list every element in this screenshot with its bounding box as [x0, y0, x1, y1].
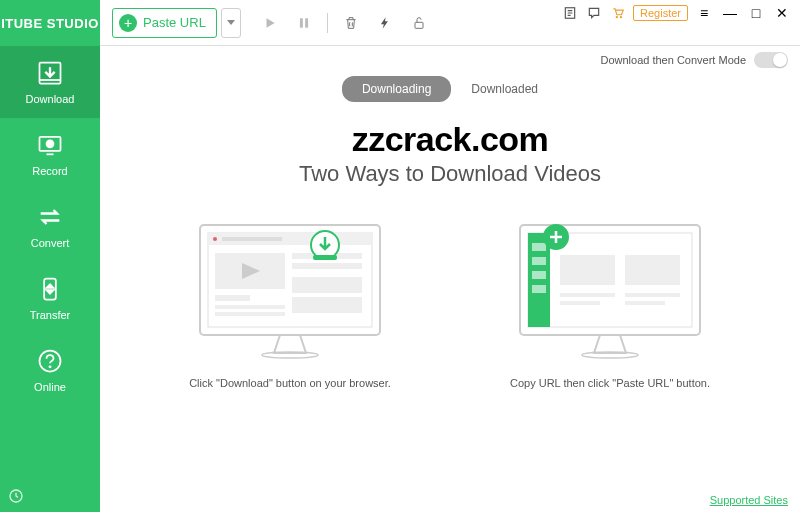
svg-point-9 — [620, 17, 621, 18]
content: zzcrack.com Two Ways to Download Videos — [100, 102, 800, 490]
svg-point-16 — [213, 237, 217, 241]
page-subtitle: Two Ways to Download Videos — [299, 161, 601, 187]
nav-label: Record — [32, 165, 67, 177]
play-button[interactable] — [255, 8, 285, 38]
pause-button[interactable] — [289, 8, 319, 38]
transfer-icon — [36, 275, 64, 303]
cart-icon[interactable] — [609, 4, 627, 22]
svg-rect-36 — [560, 255, 615, 285]
svg-rect-23 — [215, 312, 285, 316]
paste-url-button[interactable]: + Paste URL — [112, 8, 217, 38]
tab-downloading[interactable]: Downloading — [342, 76, 451, 102]
monitor-illustration-2 — [500, 215, 720, 365]
separator — [327, 13, 328, 33]
svg-rect-24 — [292, 277, 362, 293]
mode-label: Download then Convert Mode — [600, 54, 746, 66]
clock-icon[interactable] — [8, 488, 24, 504]
svg-rect-32 — [532, 243, 546, 251]
convert-mode-toggle[interactable] — [754, 52, 788, 68]
sidebar-item-record[interactable]: Record — [0, 118, 100, 190]
svg-rect-40 — [625, 293, 680, 297]
method-browser: Click "Download" button on your browser. — [170, 215, 410, 392]
svg-rect-28 — [313, 255, 337, 260]
svg-rect-37 — [625, 255, 680, 285]
turbo-button[interactable] — [370, 8, 400, 38]
nav-label: Transfer — [30, 309, 71, 321]
monitor-illustration-1 — [180, 215, 400, 365]
method2-text: Copy URL then click "Paste URL" button. — [510, 375, 710, 392]
svg-rect-21 — [215, 295, 250, 301]
svg-rect-17 — [222, 237, 282, 241]
nav-label: Convert — [31, 237, 70, 249]
minimize-button[interactable]: — — [720, 4, 740, 22]
paste-url-dropdown[interactable] — [221, 8, 241, 38]
methods: Click "Download" button on your browser. — [170, 215, 730, 392]
svg-rect-11 — [305, 18, 308, 27]
svg-rect-38 — [560, 293, 615, 297]
download-icon — [36, 59, 64, 87]
sidebar-item-convert[interactable]: Convert — [0, 190, 100, 262]
mode-row: Download then Convert Mode — [100, 46, 800, 68]
plus-icon: + — [119, 14, 137, 32]
method-paste: Copy URL then click "Paste URL" button. — [490, 215, 730, 392]
method1-text: Click "Download" button on your browser. — [189, 375, 391, 392]
svg-rect-22 — [215, 305, 285, 309]
sidebar-footer — [8, 488, 24, 504]
menu-icon[interactable]: ≡ — [694, 4, 714, 22]
sidebar-item-download[interactable]: Download — [0, 46, 100, 118]
sidebar: ITUBE STUDIO Download Record Convert Tra… — [0, 0, 100, 512]
paste-label: Paste URL — [143, 15, 206, 30]
online-icon — [36, 347, 64, 375]
close-button[interactable]: ✕ — [772, 4, 792, 22]
svg-rect-41 — [625, 301, 665, 305]
svg-rect-39 — [560, 301, 600, 305]
svg-rect-12 — [415, 22, 423, 28]
svg-rect-20 — [292, 263, 362, 269]
feedback-icon[interactable] — [585, 4, 603, 22]
watermark-text: zzcrack.com — [352, 120, 549, 159]
supported-sites-link[interactable]: Supported Sites — [710, 494, 788, 506]
tab-downloaded[interactable]: Downloaded — [451, 76, 558, 102]
chevron-down-icon — [227, 20, 235, 26]
register-button[interactable]: Register — [633, 5, 688, 21]
convert-icon — [36, 203, 64, 231]
sidebar-item-transfer[interactable]: Transfer — [0, 262, 100, 334]
nav-label: Download — [26, 93, 75, 105]
window-controls: Register ≡ — □ ✕ — [561, 4, 792, 22]
footer: Supported Sites — [100, 490, 800, 512]
svg-rect-10 — [300, 18, 303, 27]
notes-icon[interactable] — [561, 4, 579, 22]
lock-button[interactable] — [404, 8, 434, 38]
record-icon — [36, 131, 64, 159]
svg-point-5 — [49, 366, 50, 367]
maximize-button[interactable]: □ — [746, 4, 766, 22]
svg-rect-25 — [292, 297, 362, 313]
sidebar-item-online[interactable]: Online — [0, 334, 100, 406]
delete-button[interactable] — [336, 8, 366, 38]
svg-rect-3 — [44, 279, 56, 300]
svg-rect-35 — [532, 285, 546, 293]
tabs: Downloading Downloaded — [100, 76, 800, 102]
app-logo: ITUBE STUDIO — [0, 0, 100, 46]
svg-point-8 — [616, 17, 617, 18]
svg-point-4 — [40, 351, 61, 372]
main-area: Register ≡ — □ ✕ + Paste URL Down — [100, 0, 800, 512]
svg-rect-34 — [532, 271, 546, 279]
nav-label: Online — [34, 381, 66, 393]
svg-rect-33 — [532, 257, 546, 265]
svg-point-2 — [47, 140, 54, 147]
